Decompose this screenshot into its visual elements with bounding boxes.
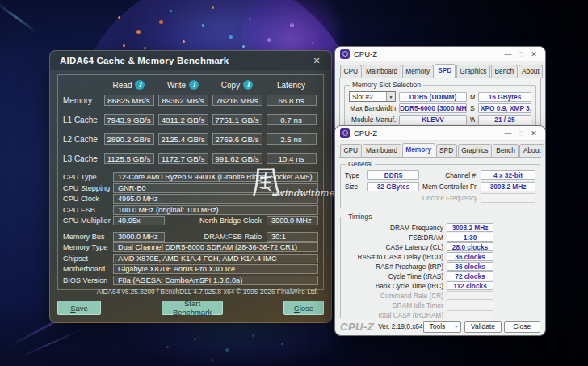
save-button[interactable]: Save: [57, 301, 101, 315]
tab-about[interactable]: About: [519, 144, 544, 157]
benchmark-value: 0.7 ns: [267, 114, 317, 125]
mem-controller-freq-field: 3003.2 MHz: [481, 182, 536, 191]
aida64-window: AIDA64 Cache & Memory Benchmark — ✕ Read…: [49, 50, 332, 323]
info-value: Gigabyte X870E Aorus Pro X3D Ice: [113, 264, 318, 274]
dram-idle-timer-field: [447, 301, 494, 309]
minimize-button[interactable]: —: [502, 50, 514, 58]
close-button[interactable]: ✕: [310, 56, 323, 66]
group-label: General: [346, 160, 375, 168]
info-icon[interactable]: i: [243, 80, 253, 90]
tab-memory[interactable]: Memory: [402, 143, 435, 157]
row-label: L1 Cache: [63, 116, 102, 124]
validate-button[interactable]: Validate: [464, 321, 501, 333]
timing-label: DRAM Frequency: [345, 224, 443, 232]
timing-label: DRAM Idle Timer: [345, 301, 443, 309]
timing-label: Command Rate (CR): [345, 292, 443, 300]
tab-bench[interactable]: Bench: [491, 65, 518, 78]
benchmark-value: 1125.5 GB/s: [104, 153, 154, 164]
benchmark-value: 1172.7 GB/s: [158, 153, 208, 164]
group-label: Timings: [346, 212, 374, 221]
maximize-button[interactable]: □: [514, 129, 527, 137]
row-label: L2 Cache: [63, 135, 102, 144]
tools-dropdown-button[interactable]: ▼: [451, 321, 461, 333]
close-button[interactable]: ✕: [527, 129, 540, 137]
info-row-chipset: Chipset AMD X870E, AMD K1A.4 FCH, AMD K1…: [63, 254, 318, 263]
aida64-version-text: AIDA64 v8.25.8200 / BenchDLL 4.7.925.8-x…: [63, 288, 318, 296]
info-icon[interactable]: i: [189, 80, 199, 90]
tab-cpu[interactable]: CPU: [340, 144, 362, 157]
field-label: Mem Controller Freq.: [422, 183, 477, 191]
maximize-button[interactable]: □: [514, 50, 527, 58]
info-value: 12-Core AMD Ryzen 9 9900X (Granite Ridge…: [113, 172, 318, 182]
start-benchmark-button[interactable]: Start Benchmark: [162, 301, 223, 315]
tab-spd[interactable]: SPD: [435, 64, 456, 78]
globe-dots: [0, 0, 2, 2]
info-row-cpu-type: CPU Type 12-Core AMD Ryzen 9 9900X (Gran…: [63, 172, 318, 182]
benchmark-value: 2.5 ns: [267, 133, 317, 145]
cpuz-logo: CPU-Z: [340, 321, 374, 333]
info-label: CPU Stepping: [63, 184, 113, 192]
row-label: Memory: [63, 96, 102, 105]
window-title: AIDA64 Cache & Memory Benchmark: [60, 56, 229, 65]
tab-bench[interactable]: Bench: [493, 144, 519, 157]
tab-bar: CPU Mainboard Memory SPD Graphics Bench …: [339, 64, 541, 78]
tab-mainboard[interactable]: Mainboard: [363, 144, 401, 157]
info-value: 3000.0 MHz: [113, 232, 165, 242]
max-bandwidth-field: DDR5-6000 (3000 MHz): [399, 103, 467, 113]
minimize-button[interactable]: —: [502, 129, 514, 137]
close-button[interactable]: Close: [504, 321, 540, 333]
tab-graphics[interactable]: Graphics: [456, 65, 490, 78]
row-label: L3 Cache: [63, 154, 102, 163]
info-row-cpu-fsb: CPU FSB 100.0 MHz (original: 100 MHz): [63, 205, 318, 215]
info-value: 30:1: [267, 232, 318, 242]
window-title: CPU-Z: [354, 49, 377, 58]
info-value: GNR-B0: [113, 183, 318, 193]
benchmark-row-l2: L2 Cache 2890.2 GB/s 2125.4 GB/s 2769.6 …: [63, 133, 318, 145]
cpuz-titlebar[interactable]: CPU-Z — □ ✕: [335, 126, 545, 141]
info-value: 100.0 MHz (original: 100 MHz): [113, 205, 318, 215]
tab-about[interactable]: About: [519, 65, 544, 78]
timing-label: RAS# Precharge (tRP): [345, 263, 443, 271]
info-row-cpu-clock: CPU Clock 4995.0 MHz: [63, 194, 318, 204]
close-button[interactable]: Close: [284, 301, 324, 315]
aida64-panel: Readi Writei Copyi Latency Memory 86825 …: [57, 74, 324, 290]
aida64-button-row: Save Start Benchmark Close: [57, 301, 324, 315]
benchmark-value: 10.4 ns: [267, 153, 317, 164]
column-header-write: Write: [167, 81, 186, 90]
cpuz-titlebar[interactable]: CPU-Z — □ ✕: [335, 47, 545, 61]
tab-spd[interactable]: SPD: [436, 144, 457, 157]
info-value: F8a (AGESA: ComboAm5PI 1.3.0.0a): [113, 276, 318, 285]
aida64-titlebar[interactable]: AIDA64 Cache & Memory Benchmark — ✕: [50, 51, 331, 70]
close-button[interactable]: ✕: [527, 50, 540, 58]
memory-slot-value: Slot #2: [352, 93, 373, 101]
field-label: Module Manuf.: [349, 116, 396, 124]
tras-field: 72 clocks: [447, 271, 494, 280]
info-row-motherboard: Motherboard Gigabyte X870E Aorus Pro X3D…: [63, 264, 318, 274]
tools-button[interactable]: Tools: [423, 321, 452, 333]
timing-label: Bank Cycle Time (tRC): [345, 282, 443, 290]
tab-graphics[interactable]: Graphics: [458, 144, 492, 157]
module-size-field: 16 GBytes: [478, 92, 531, 102]
info-label: Chipset: [63, 255, 113, 263]
benchmark-row-l1: L1 Cache 7943.9 GB/s 4011.2 GB/s 7751.1 …: [63, 114, 318, 125]
info-value: 4995.0 MHz: [113, 194, 318, 204]
field-label: Channel #: [422, 171, 477, 179]
light-streak: [17, 328, 84, 359]
cas-latency-field: 28.0 clocks: [447, 242, 494, 251]
field-label: SPD Ext.: [470, 104, 475, 112]
info-icon[interactable]: i: [135, 80, 145, 90]
minimize-button[interactable]: —: [286, 55, 299, 66]
info-row-bios-version: BIOS Version F8a (AGESA: ComboAm5PI 1.3.…: [63, 276, 318, 285]
channel-field: 4 x 32-bit: [481, 170, 536, 180]
column-header-latency: Latency: [277, 81, 305, 90]
field-label: Uncore Frequency: [422, 194, 477, 202]
timings-group: Timings DRAM Frequency3003.2 MHz FSB:DRA…: [340, 217, 498, 334]
benchmark-value: 2125.4 GB/s: [158, 133, 208, 145]
tab-memory[interactable]: Memory: [402, 65, 434, 78]
memory-slot-select[interactable]: Slot #2 ▼: [349, 91, 396, 102]
tab-mainboard[interactable]: Mainboard: [363, 65, 401, 78]
column-header-copy: Copy: [221, 81, 240, 90]
window-title: CPU-Z: [354, 128, 377, 137]
info-label: BIOS Version: [63, 276, 113, 284]
tab-cpu[interactable]: CPU: [340, 65, 362, 78]
